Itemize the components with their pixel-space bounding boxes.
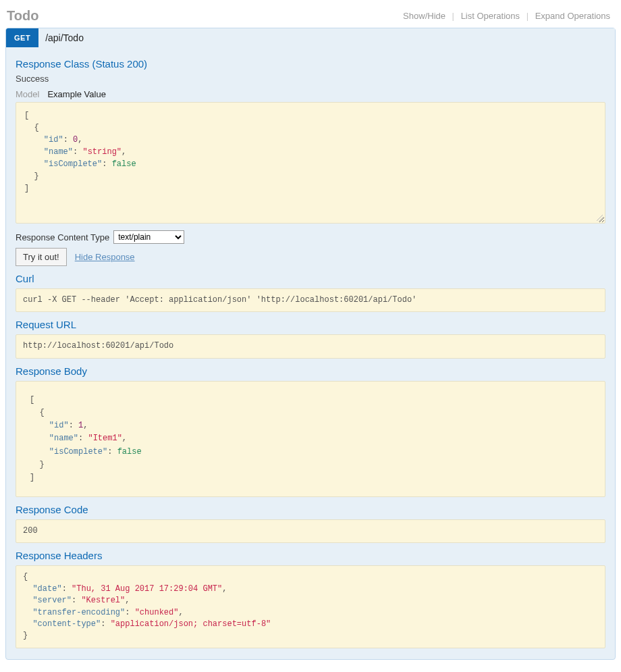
page-header: Todo Show/Hide | List Operations | Expan…: [5, 5, 616, 28]
try-it-out-button[interactable]: Try it out!: [16, 248, 67, 266]
response-body-title: Response Body: [16, 365, 605, 377]
header-links: Show/Hide | List Operations | Expand Ope…: [399, 11, 614, 21]
example-value-box[interactable]: [ { "id": 0, "name": "string", "isComple…: [16, 102, 605, 224]
response-headers-title: Response Headers: [16, 550, 605, 561]
response-class-title: Response Class (Status 200): [16, 58, 605, 70]
curl-box[interactable]: curl -X GET --header 'Accept: applicatio…: [16, 288, 605, 312]
response-headers-box[interactable]: { "date": "Thu, 31 Aug 2017 17:29:04 GMT…: [16, 565, 605, 648]
request-url-box[interactable]: http://localhost:60201/api/Todo: [16, 334, 605, 358]
content-type-select[interactable]: text/plain: [113, 230, 184, 244]
response-code-title: Response Code: [16, 504, 605, 515]
content-type-label: Response Content Type: [16, 232, 109, 242]
operation-header[interactable]: GET /api/Todo: [6, 28, 615, 47]
list-operations-link[interactable]: List Operations: [457, 11, 524, 21]
tab-model[interactable]: Model: [16, 89, 39, 99]
tab-example-value[interactable]: Example Value: [47, 89, 105, 99]
operation-path: /api/Todo: [38, 32, 84, 43]
api-title[interactable]: Todo: [7, 8, 38, 24]
expand-operations-link[interactable]: Expand Operations: [531, 11, 614, 21]
curl-title: Curl: [16, 273, 605, 284]
method-badge: GET: [6, 28, 38, 47]
separator: |: [526, 11, 529, 21]
request-url-title: Request URL: [16, 319, 605, 330]
response-class-subtitle: Success: [16, 74, 605, 84]
schema-tabs: Model Example Value: [16, 89, 605, 99]
separator: |: [452, 11, 454, 21]
operation-panel: GET /api/Todo Response Class (Status 200…: [5, 28, 616, 660]
response-code-box[interactable]: 200: [16, 519, 605, 543]
operation-body: Response Class (Status 200) Success Mode…: [6, 47, 615, 659]
show-hide-link[interactable]: Show/Hide: [399, 11, 450, 21]
try-row: Try it out! Hide Response: [16, 248, 605, 266]
response-body-box[interactable]: [ { "id": 1, "name": "Item1", "isComplet…: [16, 381, 605, 497]
content-type-row: Response Content Type text/plain: [16, 230, 605, 244]
hide-response-link[interactable]: Hide Response: [75, 252, 135, 262]
